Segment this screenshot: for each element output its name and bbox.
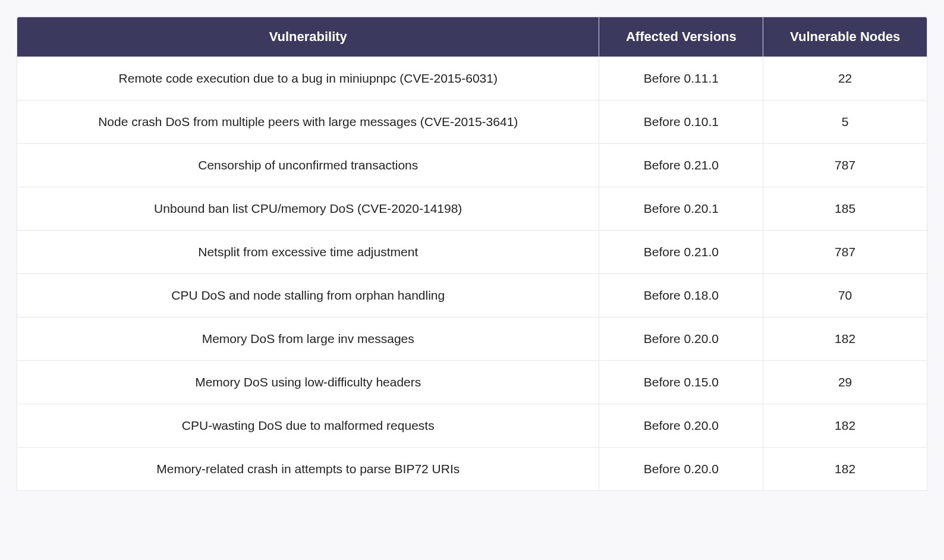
cell-vulnerable-nodes: 185: [763, 187, 927, 231]
cell-vulnerable-nodes: 5: [763, 100, 927, 144]
cell-affected-versions: Before 0.20.0: [599, 448, 763, 491]
vulnerabilities-table: Vulnerability Affected Versions Vulnerab…: [17, 17, 927, 491]
cell-vulnerability: Censorship of unconfirmed transactions: [17, 144, 599, 187]
cell-affected-versions: Before 0.11.1: [599, 57, 763, 100]
cell-vulnerability: CPU-wasting DoS due to malformed request…: [17, 404, 599, 448]
header-affected-versions: Affected Versions: [599, 17, 763, 57]
cell-vulnerability: CPU DoS and node stalling from orphan ha…: [17, 274, 599, 317]
table-row: Memory DoS using low-difficulty headersB…: [17, 361, 927, 404]
cell-vulnerability: Netsplit from excessive time adjustment: [17, 231, 599, 274]
cell-vulnerability: Memory DoS using low-difficulty headers: [17, 361, 599, 404]
header-vulnerability: Vulnerability: [17, 17, 599, 57]
table-header-row: Vulnerability Affected Versions Vulnerab…: [17, 17, 927, 57]
cell-vulnerable-nodes: 182: [763, 448, 927, 491]
cell-affected-versions: Before 0.20.0: [599, 317, 763, 361]
table-row: Unbound ban list CPU/memory DoS (CVE-202…: [17, 187, 927, 231]
cell-affected-versions: Before 0.21.0: [599, 231, 763, 274]
cell-vulnerability: Memory-related crash in attempts to pars…: [17, 448, 599, 491]
cell-affected-versions: Before 0.21.0: [599, 144, 763, 187]
table-row: CPU-wasting DoS due to malformed request…: [17, 404, 927, 448]
table-row: Censorship of unconfirmed transactionsBe…: [17, 144, 927, 187]
table-row: Remote code execution due to a bug in mi…: [17, 57, 927, 100]
table-body: Remote code execution due to a bug in mi…: [17, 57, 927, 491]
table-row: CPU DoS and node stalling from orphan ha…: [17, 274, 927, 317]
cell-vulnerability: Node crash DoS from multiple peers with …: [17, 100, 599, 144]
header-vulnerable-nodes: Vulnerable Nodes: [763, 17, 927, 57]
cell-vulnerability: Memory DoS from large inv messages: [17, 317, 599, 361]
cell-affected-versions: Before 0.10.1: [599, 100, 763, 144]
cell-affected-versions: Before 0.20.1: [599, 187, 763, 231]
table-row: Memory DoS from large inv messagesBefore…: [17, 317, 927, 361]
cell-vulnerable-nodes: 787: [763, 231, 927, 274]
cell-affected-versions: Before 0.20.0: [599, 404, 763, 448]
cell-vulnerable-nodes: 182: [763, 317, 927, 361]
cell-vulnerable-nodes: 70: [763, 274, 927, 317]
table-row: Memory-related crash in attempts to pars…: [17, 448, 927, 491]
cell-affected-versions: Before 0.18.0: [599, 274, 763, 317]
cell-vulnerable-nodes: 787: [763, 144, 927, 187]
cell-affected-versions: Before 0.15.0: [599, 361, 763, 404]
cell-vulnerable-nodes: 182: [763, 404, 927, 448]
table-row: Netsplit from excessive time adjustmentB…: [17, 231, 927, 274]
cell-vulnerable-nodes: 22: [763, 57, 927, 100]
cell-vulnerability: Remote code execution due to a bug in mi…: [17, 57, 599, 100]
cell-vulnerability: Unbound ban list CPU/memory DoS (CVE-202…: [17, 187, 599, 231]
cell-vulnerable-nodes: 29: [763, 361, 927, 404]
table-row: Node crash DoS from multiple peers with …: [17, 100, 927, 144]
vulnerabilities-table-wrapper: Vulnerability Affected Versions Vulnerab…: [17, 17, 927, 491]
